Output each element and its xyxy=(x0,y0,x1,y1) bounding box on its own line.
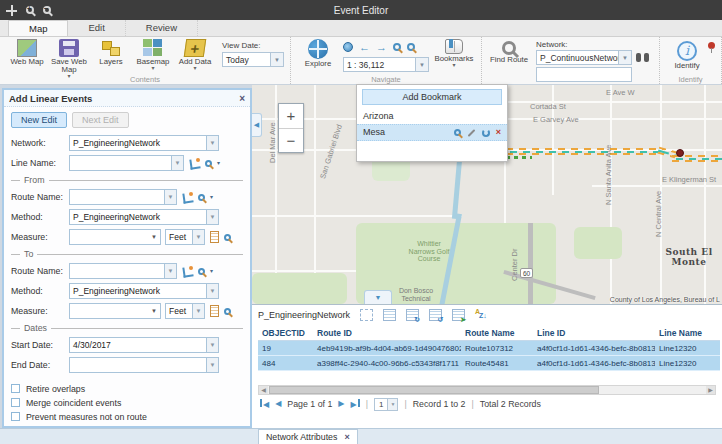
zoom-to-selection-icon[interactable]: ➤ xyxy=(452,309,465,321)
scrollbar-thumb[interactable] xyxy=(269,386,599,394)
refresh-bookmark-icon[interactable] xyxy=(482,129,490,137)
add-bookmark-button[interactable]: Add Bookmark xyxy=(362,89,502,105)
calendar-dropdown-icon[interactable]: ▼ xyxy=(206,358,218,372)
table-collapse-arrow[interactable]: ▼ xyxy=(364,290,392,304)
chevron-down-icon[interactable]: ▼ xyxy=(148,230,160,244)
view-date-select[interactable]: Today ▼ xyxy=(222,52,284,67)
add-data-button[interactable]: Add Data ▾ xyxy=(175,39,215,70)
network-select[interactable]: P_EngineeringNetwork ▼ xyxy=(69,135,219,151)
line-name-select[interactable]: ▼ xyxy=(69,155,184,171)
table-row[interactable]: 484 a398ff4c-2940-4c00-96b6-c5343f8f1711… xyxy=(258,356,720,371)
from-measure-input[interactable]: ▼ xyxy=(69,229,161,245)
chevron-down-icon[interactable]: ▼ xyxy=(192,230,204,244)
to-measure-input[interactable]: ▼ xyxy=(69,303,161,319)
close-icon[interactable]: × xyxy=(344,432,349,442)
chevron-down-icon[interactable]: ▼ xyxy=(387,399,397,410)
web-map-button[interactable]: Web Map xyxy=(7,39,47,66)
scroll-left-icon[interactable]: ◀ xyxy=(259,386,268,394)
zoom-to-measure-icon[interactable] xyxy=(224,308,231,315)
zoom-in-icon[interactable] xyxy=(393,43,401,51)
chevron-down-icon[interactable]: ▼ xyxy=(206,136,218,150)
tab-network-attributes[interactable]: Network Attributes × xyxy=(258,429,358,444)
tab-map[interactable]: Map xyxy=(8,20,68,36)
first-page-icon[interactable]: ◀ xyxy=(260,399,269,410)
calendar-dropdown-icon[interactable]: ▼ xyxy=(206,338,218,352)
chevron-down-icon[interactable]: ▼ xyxy=(164,190,176,204)
chevron-down-icon[interactable]: ▼ xyxy=(206,284,218,298)
zoom-to-route-icon[interactable] xyxy=(198,194,205,201)
map-zoom-in-button[interactable]: + xyxy=(279,104,303,128)
save-web-map-button[interactable]: Save Web Map ▾ xyxy=(49,39,89,78)
new-edit-button[interactable]: New Edit xyxy=(11,112,67,128)
select-line-on-map-icon[interactable] xyxy=(189,158,200,169)
pushpin-icon[interactable] xyxy=(708,42,715,49)
column-header-line-id[interactable]: Line ID xyxy=(533,328,655,338)
tab-review[interactable]: Review xyxy=(126,20,198,36)
chevron-down-icon[interactable]: ▾ xyxy=(210,269,213,273)
zoom-out-icon[interactable] xyxy=(407,43,415,51)
chevron-down-icon[interactable]: ▼ xyxy=(206,210,218,224)
zoom-to-route-icon[interactable] xyxy=(198,268,205,275)
from-unit-select[interactable]: Feet ▼ xyxy=(165,229,205,245)
to-unit-select[interactable]: Feet ▼ xyxy=(165,303,205,319)
zoom-to-line-icon[interactable] xyxy=(205,160,212,167)
to-method-select[interactable]: P_EngineeringNetwork ▼ xyxy=(69,283,219,299)
table-row[interactable]: 19 4eb9419b-af9b-4d04-ab69-1d490476802b … xyxy=(258,341,720,356)
tab-edit[interactable]: Edit xyxy=(68,20,125,36)
chevron-down-icon[interactable]: ▼ xyxy=(148,304,160,318)
chevron-down-icon[interactable]: ▼ xyxy=(164,264,176,278)
zoom-to-bookmark-icon[interactable] xyxy=(454,129,461,136)
select-route-on-map-icon[interactable] xyxy=(182,192,193,203)
binoculars-icon[interactable] xyxy=(636,53,649,62)
page-select[interactable]: 1 ▼ xyxy=(374,398,398,411)
map-zoom-out-button[interactable]: − xyxy=(279,128,303,152)
bookmark-item-arizona[interactable]: Arizona xyxy=(357,109,507,124)
attribute-table-icon[interactable] xyxy=(383,309,396,321)
chevron-down-icon[interactable]: ▼ xyxy=(192,304,204,318)
sort-icon[interactable] xyxy=(475,309,490,321)
full-extent-icon[interactable] xyxy=(343,42,353,52)
from-route-name-select[interactable]: ▼ xyxy=(69,189,177,205)
zoom-to-measure-icon[interactable] xyxy=(224,234,231,241)
horizontal-scrollbar[interactable]: ◀ ▶ xyxy=(258,385,716,395)
chevron-down-icon[interactable]: ▾ xyxy=(210,195,213,199)
chevron-down-icon[interactable]: ▾ xyxy=(217,161,220,165)
column-header-line-name[interactable]: Line Name xyxy=(655,328,720,338)
panel-collapse-arrow[interactable]: ◀ xyxy=(252,113,262,137)
scale-select[interactable]: 1 : 36,112 ▼ xyxy=(343,57,429,72)
next-page-icon[interactable]: ▶ xyxy=(338,399,344,409)
chevron-down-icon[interactable]: ▼ xyxy=(270,53,283,66)
bookmarks-button[interactable]: Bookmarks ▾ xyxy=(434,39,474,67)
scroll-right-icon[interactable]: ▶ xyxy=(706,386,715,394)
end-date-input[interactable]: ▼ xyxy=(69,357,219,373)
bookmark-item-mesa[interactable]: Mesa × xyxy=(357,124,507,141)
measure-ruler-icon[interactable] xyxy=(210,305,219,317)
edit-bookmark-icon[interactable] xyxy=(467,129,475,137)
zoom-out-icon[interactable]: − xyxy=(43,6,51,14)
last-page-icon[interactable]: ▶ xyxy=(350,399,359,410)
switch-selection-icon[interactable]: ↻ xyxy=(406,309,419,321)
explore-button[interactable]: Explore xyxy=(298,39,338,68)
retire-overlaps-checkbox[interactable] xyxy=(11,384,20,393)
select-features-icon[interactable] xyxy=(360,309,373,321)
route-search-input[interactable] xyxy=(536,67,632,82)
identify-button[interactable]: Identify xyxy=(667,41,707,70)
close-icon[interactable]: × xyxy=(239,93,245,104)
layers-button[interactable]: Layers xyxy=(91,39,131,66)
from-method-select[interactable]: P_EngineeringNetwork ▼ xyxy=(69,209,219,225)
start-date-input[interactable]: 4/30/2017 ▼ xyxy=(69,337,219,353)
measure-ruler-icon[interactable] xyxy=(210,231,219,243)
next-extent-icon[interactable]: → xyxy=(376,42,387,52)
basemap-button[interactable]: Basemap ▾ xyxy=(133,39,173,70)
column-header-objectid[interactable]: OBJECTID xyxy=(258,328,313,338)
previous-page-icon[interactable]: ◀ xyxy=(275,399,281,409)
clear-selection-icon[interactable]: ↺ xyxy=(429,309,442,321)
network-select[interactable]: P_ContinuousNetwork ▼ xyxy=(536,50,632,65)
column-header-route-name[interactable]: Route Name xyxy=(461,328,533,338)
next-edit-button[interactable]: Next Edit xyxy=(72,112,129,128)
pan-icon[interactable] xyxy=(6,5,17,16)
find-route-button[interactable]: Find Route xyxy=(489,39,529,64)
previous-extent-icon[interactable]: ← xyxy=(359,42,370,52)
select-route-on-map-icon[interactable] xyxy=(182,266,193,277)
chevron-down-icon[interactable]: ▼ xyxy=(171,156,183,170)
